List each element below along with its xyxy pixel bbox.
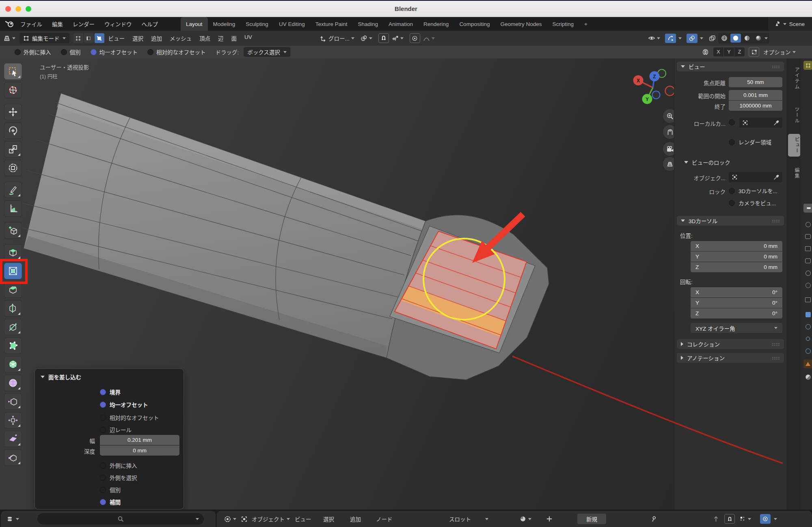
tool-cursor[interactable] (4, 82, 22, 98)
menu-edit[interactable]: 編集 (52, 20, 63, 28)
workspace-tab-sculpting[interactable]: Sculpting (240, 17, 274, 31)
workspace-tab-compositing[interactable]: Compositing (454, 17, 495, 31)
workspace-tab-rendering[interactable]: Rendering (418, 17, 454, 31)
clip-end-input[interactable]: 1000000 mm (729, 101, 782, 111)
tab-edit[interactable]: 編集 (788, 165, 800, 182)
mode-selector[interactable]: 編集モード (19, 33, 69, 43)
editor-type-button[interactable] (6, 516, 19, 522)
checkbox-even-offset[interactable]: 均一オフセット (100, 400, 148, 409)
edit-mode-indicator-icon[interactable] (803, 61, 812, 70)
cursor-location-z[interactable]: Z0 mm (691, 262, 782, 272)
tool-bevel[interactable] (4, 282, 22, 298)
scene-selector[interactable]: Scene (768, 17, 812, 31)
panel-header-view[interactable]: ビュー (677, 62, 784, 71)
add-workspace-button[interactable]: + (579, 17, 593, 31)
properties-tab-scene-icon[interactable] (803, 269, 812, 277)
properties-tab-modifiers-icon[interactable] (803, 322, 812, 331)
tool-smooth[interactable] (4, 375, 22, 391)
editor-type-button[interactable] (224, 516, 236, 523)
rendered-shading-button[interactable] (753, 34, 764, 43)
tool-add-cube[interactable] (4, 222, 22, 239)
menu-select[interactable]: 選択 (323, 515, 334, 523)
tool-shrink-fatten[interactable] (4, 412, 22, 428)
viewport-3d[interactable]: X Z Y ユーザー・透視投影 (1) 円柱 (0, 58, 674, 510)
panel-header-annotation[interactable]: アノテーション (677, 353, 784, 363)
properties-tab-view-layer-icon[interactable] (803, 256, 812, 265)
properties-tab-tool-icon[interactable] (803, 220, 812, 229)
properties-tab-output-icon[interactable] (803, 244, 812, 253)
tab-view[interactable]: ビュー (788, 134, 800, 157)
properties-tab-particles-icon[interactable] (803, 334, 812, 343)
panel-header-view-lock[interactable]: ビューのロック (684, 158, 730, 166)
tool-knife[interactable] (4, 319, 22, 335)
focal-length-input[interactable]: 50 mm (729, 77, 782, 87)
properties-tab-material-icon[interactable] (803, 372, 812, 381)
workspace-tab-uv-editing[interactable]: UV Editing (274, 17, 310, 31)
wireframe-shading-button[interactable] (719, 34, 730, 43)
local-camera-checkbox[interactable] (729, 119, 735, 125)
menu-window[interactable]: ウィンドウ (104, 20, 132, 28)
workspace-tab-texture-paint[interactable]: Texture Paint (310, 17, 353, 31)
tool-loop-cut[interactable] (4, 300, 22, 316)
clip-start-input[interactable]: 0.001 mm (729, 90, 782, 100)
tool-inset-faces[interactable] (4, 263, 22, 279)
tool-annotate[interactable] (4, 182, 22, 198)
menu-node[interactable]: ノード (376, 515, 393, 523)
properties-tab-data-icon[interactable] (803, 359, 812, 368)
camera-to-view-checkbox[interactable]: カメラをビュ... (729, 199, 776, 207)
toggle-inset-outset[interactable]: 外側に挿入 (15, 48, 51, 56)
blender-logo-icon[interactable] (5, 20, 15, 28)
cursor-rotation-z[interactable]: Z0° (691, 308, 782, 318)
toggle-even-offset[interactable]: 均一オフセット (91, 48, 138, 56)
checkbox-interpolate[interactable]: 補間 (100, 498, 121, 506)
show-overlays-toggle[interactable] (687, 34, 698, 43)
tool-edge-slide[interactable] (4, 394, 22, 410)
snap-toggle[interactable] (378, 33, 389, 43)
workspace-tab-geometry-nodes[interactable]: Geometry Nodes (495, 17, 547, 31)
checkbox-relative-offset[interactable]: 相対的なオフセット (100, 413, 159, 422)
workspace-tab-modeling[interactable]: Modeling (208, 17, 241, 31)
toggle-individual[interactable]: 個別 (61, 48, 81, 56)
drag-mode-dropdown[interactable]: ボックス選択 (244, 47, 290, 57)
realtime-update-icon[interactable] (713, 516, 719, 522)
checkbox-select-outer[interactable]: 外側を選択 (100, 473, 137, 482)
menu-add[interactable]: 追加 (151, 34, 162, 42)
transform-orientation-dropdown[interactable]: グロー... (320, 34, 354, 42)
properties-active-tab[interactable] (803, 204, 812, 213)
face-select-button[interactable] (95, 33, 104, 43)
tab-item[interactable]: アイテム (788, 64, 800, 92)
snap-with-dropdown[interactable] (392, 35, 404, 42)
navigation-gizmo[interactable]: X Z Y (633, 69, 674, 104)
render-region-checkbox[interactable]: レンダー領域 (729, 138, 771, 146)
menu-select[interactable]: 選択 (132, 34, 143, 42)
rotation-mode-dropdown[interactable]: XYZ オイラー角 (691, 323, 782, 333)
menu-file[interactable]: ファイル (20, 20, 42, 28)
snap-node-dropdown[interactable] (740, 516, 751, 522)
workspace-tab-scripting[interactable]: Scripting (547, 17, 579, 31)
proportional-editing-toggle[interactable] (410, 33, 420, 43)
pivot-point-dropdown[interactable] (361, 35, 372, 42)
snap-toggle[interactable] (724, 514, 735, 524)
cursor-rotation-y[interactable]: Y0° (691, 298, 782, 308)
cursor-location-y[interactable]: Y0 mm (691, 252, 782, 262)
search-input[interactable] (37, 513, 204, 525)
cursor-location-x[interactable]: X0 mm (691, 241, 782, 251)
width-input[interactable]: 0.201 mm (100, 435, 179, 445)
edge-select-button[interactable] (84, 33, 94, 43)
tab-tool[interactable]: ツール (788, 104, 800, 127)
workspace-tab-shading[interactable]: Shading (352, 17, 383, 31)
solid-shading-button[interactable] (730, 34, 741, 43)
proportional-falloff-dropdown[interactable] (423, 35, 435, 42)
operator-panel-header[interactable]: 面を差し込む (41, 373, 81, 381)
menu-vertex[interactable]: 頂点 (199, 34, 210, 42)
panel-header-3d-cursor[interactable]: 3Dカーソル (677, 216, 784, 226)
panel-header-collection[interactable]: コレクション (677, 339, 784, 349)
lock-to-cursor-checkbox[interactable]: 3Dカーソルを... (729, 187, 777, 195)
lock-object-field[interactable] (729, 172, 782, 182)
checkbox-boundary[interactable]: 境界 (100, 388, 121, 396)
menu-mesh[interactable]: メッシュ (170, 34, 192, 42)
options-dropdown[interactable]: オプション (763, 48, 796, 56)
snap-base-button[interactable] (749, 47, 759, 57)
material-preview-button[interactable] (742, 34, 752, 43)
depth-input[interactable]: 0 mm (100, 445, 179, 456)
